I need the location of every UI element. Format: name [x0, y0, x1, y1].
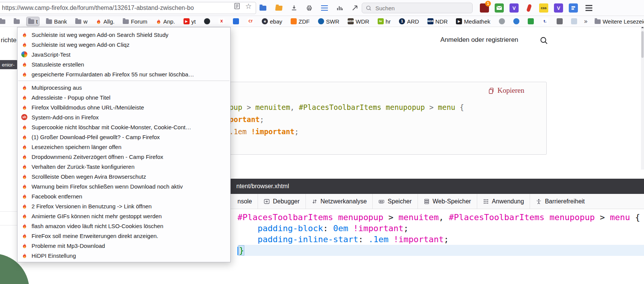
menu-item[interactable]: Facebook entfernen: [17, 191, 230, 201]
bookmark-item[interactable]: [0, 18, 7, 25]
bookmark-item[interactable]: Allg.: [94, 17, 116, 26]
menu-item[interactable]: HiDPI Einstellung: [17, 251, 230, 260]
flame-icon: [21, 134, 27, 140]
bookmark-item[interactable]: [497, 17, 506, 25]
menu-item[interactable]: Probleme mit Mp3-Download: [17, 241, 230, 251]
bookmarks-folder-menu: Suchleiste ist weg wegen Add-on Search S…: [17, 27, 231, 262]
bookmark-item[interactable]: t.: [541, 17, 550, 25]
menu-item[interactable]: Suchleiste ist weg wegen Add-on Cliqz: [17, 40, 230, 49]
tab-debugger[interactable]: Debugger: [258, 194, 305, 209]
menu-item[interactable]: Firefox Vollbildmodus ohne URL-/Menüleis…: [17, 102, 230, 112]
bookmark-item[interactable]: Forum: [121, 17, 149, 26]
bookmark-item[interactable]: 1 ARD: [397, 17, 421, 26]
menu-item[interactable]: Supercookie nicht löschbar mit Cookie-Mo…: [17, 122, 230, 132]
menu-item[interactable]: sh System-Add-ons in Firefox: [17, 112, 230, 122]
bookmark-item[interactable]: ZDF: [289, 17, 311, 26]
bookmark-favicon: [571, 18, 577, 24]
search-input[interactable]: [375, 5, 460, 12]
bookmark-item[interactable]: SWR: [316, 17, 341, 26]
menu-item[interactable]: Suchleiste ist weg wegen Add-on Search S…: [17, 30, 230, 40]
bookmark-item[interactable]: Anp.: [154, 17, 177, 26]
menu-item[interactable]: gespeicherte Formulardaten ab Firefox 55…: [17, 69, 230, 79]
download-icon[interactable]: [290, 3, 299, 13]
list-icon[interactable]: [320, 3, 329, 13]
menu-item[interactable]: Multiprocessing aus: [17, 83, 230, 92]
menu-item[interactable]: JavaScript-Test: [17, 49, 230, 59]
scrollbar-thumb[interactable]: [641, 31, 644, 58]
bookmark-item[interactable]: Bank: [44, 17, 68, 26]
tab-network[interactable]: Netzwerkanalyse: [305, 194, 373, 209]
bookmark-item[interactable]: t: [27, 17, 39, 26]
bookmark-favicon: Cf: [247, 18, 253, 24]
tab-label: Speicher: [388, 198, 411, 205]
printer-icon[interactable]: [305, 3, 314, 13]
menu-item[interactable]: Dropdownmenü Zeitverzögert öffnen - Camp…: [17, 152, 230, 162]
url-text: https://www.camp-firefox.de/forum/thema/…: [0, 5, 225, 11]
menu-item[interactable]: (1) Großer Download-Pfeil gewollt? - Cam…: [17, 132, 230, 142]
tab-memory[interactable]: Speicher: [372, 194, 417, 209]
bookmark-star-icon[interactable]: ☆: [245, 2, 252, 10]
extension-mail-icon[interactable]: [495, 3, 504, 13]
bookmark-item[interactable]: Cf: [246, 17, 255, 25]
tab-console[interactable]: nsole: [232, 194, 258, 209]
menu-item-label: Statusleiste erstellen: [32, 61, 84, 68]
bookmark-favicon: [499, 18, 505, 24]
menu-item[interactable]: flash amazon video läuft nicht LSO-Cooki…: [17, 221, 230, 231]
extension-red-pen-icon[interactable]: [524, 3, 533, 13]
bookmark-item[interactable]: [570, 17, 579, 25]
tab-accessibility[interactable]: Barrierefreiheit: [530, 194, 590, 209]
menu-item[interactable]: Animierte GIFs können nicht mehr gestopp…: [17, 211, 230, 221]
menu-item[interactable]: Lesezeichen speichern länger offen: [17, 142, 230, 152]
search-bar[interactable]: [362, 3, 473, 13]
open-folder-icon[interactable]: [274, 3, 283, 13]
login-register-link[interactable]: Anmelden oder registrieren: [440, 36, 518, 44]
menu-item-label: Supercookie nicht löschbar mit Cookie-Mo…: [32, 124, 191, 130]
bookmark-item[interactable]: e ebay: [260, 17, 284, 26]
bookmarks-overflow-chevron[interactable]: »: [584, 17, 588, 25]
menu-item[interactable]: Warnung beim Firefox schließen wenn Down…: [17, 181, 230, 191]
page-search-icon[interactable]: [540, 36, 548, 45]
copy-button[interactable]: Kopieren: [485, 86, 527, 95]
devtools-source-view[interactable]: #PlacesToolbarItems menupopup > menuitem…: [213, 209, 644, 284]
flame-icon: [21, 233, 27, 239]
bookmark-item[interactable]: WDR WDR: [346, 17, 371, 26]
chart-icon[interactable]: [335, 3, 344, 13]
bookmark-item[interactable]: [555, 17, 564, 25]
menu-item[interactable]: FireFox soll meine Erweiterungen direkt …: [17, 231, 230, 241]
bookmark-item[interactable]: [12, 18, 21, 25]
extension-v-icon-2[interactable]: V: [554, 3, 563, 13]
menu-item-label: Lesezeichen speichern länger offen: [32, 144, 122, 150]
flame-icon: [21, 203, 27, 209]
bookmark-item[interactable]: ▶ Mediathek: [454, 17, 492, 26]
search-icon: [366, 5, 372, 11]
menu-item[interactable]: Statusleiste erstellen: [17, 59, 230, 69]
more-bookmarks-folder[interactable]: Weitere Lesezeichen: [593, 17, 644, 26]
blue-folder-icon[interactable]: [258, 3, 267, 13]
menu-item[interactable]: 2 Firefox Versionen in Benutzung -> Link…: [17, 201, 230, 211]
bookmark-favicon: e: [262, 18, 268, 24]
bookmark-item[interactable]: X: [217, 17, 226, 25]
css-extension-icon[interactable]: css: [539, 3, 548, 13]
share-arrow-icon[interactable]: [350, 3, 359, 13]
menu-item[interactable]: Scrollleiste Oben wegen Avira Browsersch…: [17, 171, 230, 181]
more-bookmarks-label: Weitere Lesezeichen: [603, 18, 644, 25]
tab-storage[interactable]: Web-Speicher: [418, 194, 477, 209]
menu-item[interactable]: Adressleiste - Popup ohne Titel: [17, 92, 230, 102]
reader-view-icon[interactable]: [233, 2, 241, 10]
bookmark-favicon: t.: [542, 18, 548, 24]
bookmark-item[interactable]: ▶ yt: [182, 17, 198, 26]
bookmark-item[interactable]: [526, 17, 535, 25]
hamburger-menu-icon[interactable]: [584, 3, 593, 13]
extension-blue-icon[interactable]: [569, 3, 578, 13]
bookmark-item[interactable]: [231, 17, 241, 25]
bookmark-item[interactable]: w: [74, 17, 89, 26]
bookmark-label: Bank: [54, 18, 67, 25]
url-bar[interactable]: https://www.camp-firefox.de/forum/thema/…: [0, 2, 256, 14]
extension-v-icon[interactable]: V: [510, 3, 519, 13]
bookmark-item[interactable]: NDR NDR: [426, 17, 449, 26]
menu-item[interactable]: Verhalten der Zurück-Taste konfigurieren: [17, 162, 230, 171]
bookmark-item[interactable]: hr hr: [376, 17, 392, 26]
bookmark-item[interactable]: [512, 17, 521, 25]
tab-application[interactable]: Anwendung: [477, 194, 530, 209]
bookmark-item[interactable]: [203, 17, 212, 25]
